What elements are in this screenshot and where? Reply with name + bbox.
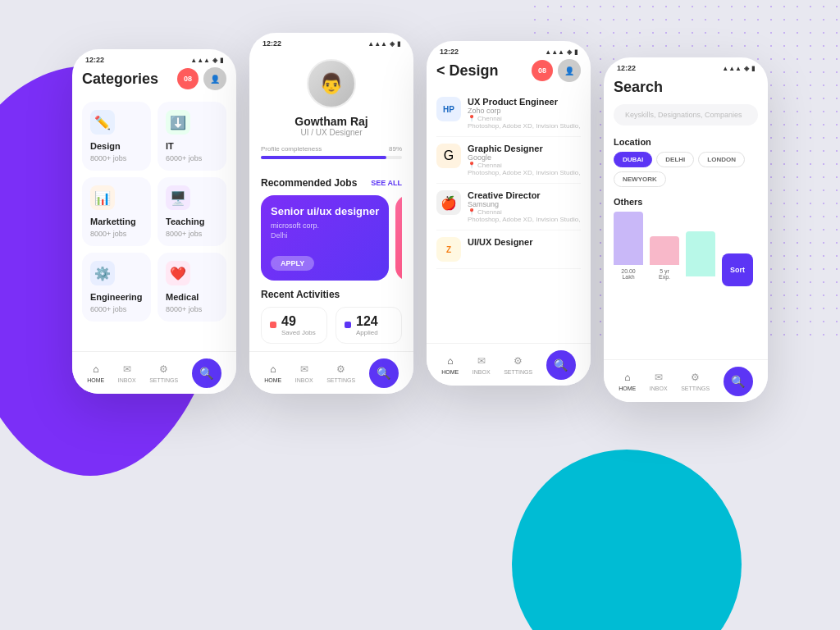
nav-inbox-label-2: INBOX: [295, 377, 313, 383]
bar-label-salary: 20.00Lakh: [621, 268, 636, 280]
job-skills-1: Photoshop, Adobe XD, Invision Studio,: [468, 122, 581, 130]
search-content: Search Keyskills, Designations, Companie…: [604, 79, 768, 336]
notification-badge-1[interactable]: 08: [177, 68, 199, 89]
job-info-1: UX Product Engineer Zoho corp 📍 Chennai …: [468, 97, 581, 130]
job-skills-3: Photoshop, Adobe XD, Invision Studio,: [468, 216, 581, 223]
progress-bar-bg: [261, 156, 402, 159]
nav-settings-2[interactable]: ⚙ SETTINGS: [326, 363, 355, 383]
battery-icon: ▮: [220, 57, 223, 64]
sort-button[interactable]: Sort: [722, 253, 753, 286]
nav-settings-1[interactable]: ⚙ SETTINGS: [149, 363, 178, 383]
search-fab-1[interactable]: 🔍: [192, 358, 221, 388]
chip-dubai[interactable]: DUBAI: [614, 152, 652, 167]
category-it[interactable]: ⬇️ IT 6000+ jobs: [158, 102, 226, 171]
category-engineering[interactable]: ⚙️ Engineering 6000+ jobs: [82, 253, 151, 322]
nav-inbox-label-3: INBOX: [472, 369, 491, 375]
home-icon-1: ⌂: [89, 363, 103, 376]
back-header: < Design 08 👤: [436, 59, 581, 82]
phone-categories: 12:22 ▲▲▲ ◈ ▮ Categories 08 👤 ✏️ Design …: [72, 49, 236, 394]
medical-icon: ❤️: [166, 261, 190, 285]
battery-icon-4: ▮: [751, 65, 755, 72]
progress-label: Profile completeness 89%: [261, 145, 402, 153]
nav-inbox-label-4: INBOX: [650, 386, 668, 391]
nav-settings-label-2: SETTINGS: [326, 377, 355, 383]
inbox-icon-4: ✉: [652, 371, 665, 384]
bar-freshness[interactable]: [686, 231, 715, 280]
nav-settings-3[interactable]: ⚙ SETTINGS: [504, 354, 532, 375]
job-list-item-3[interactable]: 🍎 Creative Director Samsung 📍 Chennai Ph…: [436, 184, 581, 231]
chip-newyork[interactable]: NEWYORK: [614, 171, 666, 187]
status-icons-1: ▲▲▲ ◈ ▮: [190, 57, 223, 64]
cat-count-medical: 8000+ jobs: [166, 305, 218, 313]
bottom-nav-2: ⌂ HOME ✉ INBOX ⚙ SETTINGS 🔍: [249, 351, 413, 394]
nav-home-label-1: HOME: [87, 377, 104, 383]
cat-name-engineering: Engineering: [90, 292, 143, 302]
cat-count-engineering: 6000+ jobs: [90, 305, 143, 313]
nav-inbox-1[interactable]: ✉ INBOX: [118, 363, 136, 383]
teaching-icon: 🖥️: [166, 185, 190, 210]
saved-label: Saved Jobs: [281, 329, 316, 336]
job-list-item-2[interactable]: G Graphic Designer Google 📍 Chennai Phot…: [436, 137, 581, 184]
search-fab-2[interactable]: 🔍: [369, 358, 399, 388]
pin-icon-1: 📍: [468, 115, 476, 122]
job-card-1[interactable]: Senior ui/ux designer microsoft corp. De…: [261, 195, 389, 281]
wifi-icon-2: ◈: [390, 40, 395, 48]
nav-inbox-2[interactable]: ✉ INBOX: [295, 363, 313, 383]
back-title: < Design: [436, 62, 499, 80]
profile-avatar: 👨: [307, 59, 356, 108]
search-fab-3[interactable]: 🔍: [546, 350, 576, 380]
nav-home-3[interactable]: ⌂ HOME: [441, 354, 459, 375]
wifi-icon-3: ◈: [567, 48, 572, 56]
job-title-ux: UX Product Engineer: [468, 97, 581, 107]
chip-delhi[interactable]: DELHI: [656, 152, 694, 167]
pin-icon-3: 📍: [468, 208, 476, 216]
saved-dot: [270, 322, 276, 328]
nav-inbox-3[interactable]: ✉ INBOX: [472, 354, 491, 375]
search-input-box[interactable]: Keyskills, Designations, Companies: [614, 104, 758, 126]
bar-label-experience: 5 yrExp.: [659, 268, 670, 280]
nav-inbox-label-1: INBOX: [118, 377, 136, 383]
recommended-header: Recommended Jobs SEE ALL: [261, 177, 402, 189]
status-bar-3: 12:22 ▲▲▲ ◈ ▮: [427, 41, 591, 59]
job-list-item-1[interactable]: HP UX Product Engineer Zoho corp 📍 Chenn…: [436, 90, 581, 137]
nav-home-4[interactable]: ⌂ HOME: [619, 371, 636, 391]
bar-visual-freshness: [686, 231, 715, 276]
job-list-item-4[interactable]: Z UI/UX Designer: [436, 231, 581, 269]
others-section-title: Others: [614, 197, 758, 207]
cat-count-teaching: 8000+ jobs: [166, 230, 218, 238]
category-medical[interactable]: ❤️ Medical 8000+ jobs: [158, 253, 226, 322]
recommended-title: Recommended Jobs: [261, 177, 357, 189]
cat-name-teaching: Teaching: [166, 217, 218, 226]
notification-badge-3[interactable]: 08: [532, 60, 553, 81]
bar-salary[interactable]: 20.00Lakh: [614, 212, 643, 280]
nav-home-label-3: HOME: [441, 369, 459, 375]
status-icons-2: ▲▲▲ ◈ ▮: [368, 40, 400, 48]
settings-icon-2: ⚙: [335, 363, 348, 376]
zoho-logo: Z: [436, 237, 461, 262]
chip-london[interactable]: LONDON: [698, 152, 745, 167]
nav-home-1[interactable]: ⌂ HOME: [87, 363, 104, 383]
apply-button[interactable]: APPLY: [271, 256, 314, 271]
search-fab-4[interactable]: 🔍: [724, 367, 753, 396]
profile-completeness: Profile completeness 89%: [261, 145, 402, 159]
settings-icon-4: ⚙: [689, 371, 702, 384]
saved-count: 49: [281, 314, 316, 329]
cat-name-marketing: Marketting: [90, 217, 143, 226]
nav-home-2[interactable]: ⌂ HOME: [264, 363, 281, 383]
battery-icon-2: ▮: [397, 40, 400, 48]
header-right-1: 08 👤: [177, 67, 226, 90]
pin-icon-2: 📍: [468, 162, 476, 169]
job-card-2[interactable]: Graphic designer Samsung Tokiyo: [395, 195, 402, 281]
see-all-btn[interactable]: SEE ALL: [371, 179, 402, 187]
job-company-google: Google: [468, 153, 581, 162]
battery-icon-3: ▮: [574, 48, 578, 56]
categories-content: Categories 08 👤 ✏️ Design 8000+ jobs ⬇️ …: [72, 67, 236, 371]
job-info-3: Creative Director Samsung 📍 Chennai Phot…: [468, 190, 581, 223]
search-placeholder: Keyskills, Designations, Companies: [625, 111, 742, 119]
category-teaching[interactable]: 🖥️ Teaching 8000+ jobs: [158, 177, 226, 246]
bar-experience[interactable]: 5 yrExp.: [650, 236, 679, 280]
category-design[interactable]: ✏️ Design 8000+ jobs: [82, 102, 151, 171]
nav-inbox-4[interactable]: ✉ INBOX: [650, 371, 668, 391]
nav-settings-4[interactable]: ⚙ SETTINGS: [681, 371, 710, 391]
category-marketing[interactable]: 📊 Marketting 8000+ jobs: [82, 177, 151, 246]
